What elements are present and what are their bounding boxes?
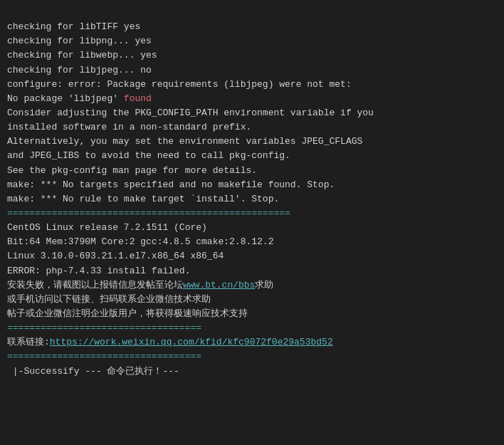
terminal-line: =================================== bbox=[7, 350, 497, 364]
terminal-line: 安装失败，请截图以上报错信息发帖至论坛www.bt.cn/bbs求助 bbox=[7, 278, 497, 293]
terminal-line: See the pkg-config man page for more det… bbox=[7, 164, 497, 178]
terminal-line: installed software in a non-standard pre… bbox=[7, 120, 497, 135]
terminal-line: ========================================… bbox=[7, 206, 497, 221]
terminal-line: ERROR: php-7.4.33 install failed. bbox=[7, 264, 497, 278]
terminal-line: configure: error: Package requirements (… bbox=[7, 78, 497, 92]
terminal-line: checking for libwebp... yes bbox=[7, 48, 497, 63]
terminal-line: Alternatively, you may set the environme… bbox=[7, 135, 497, 149]
terminal-line: checking for libpng... yes bbox=[7, 34, 497, 48]
terminal-line: Bit:64 Mem:3790M Core:2 gcc:4.8.5 cmake:… bbox=[7, 235, 497, 249]
terminal-line: checking for libjpeg... no bbox=[7, 63, 497, 78]
terminal-line: Linux 3.10.0-693.21.1.el7.x86_64 x86_64 bbox=[7, 249, 497, 263]
terminal-output: checking for libTIFF yeschecking for lib… bbox=[7, 6, 497, 379]
terminal-line: Consider adjusting the PKG_CONFIG_PATH e… bbox=[7, 106, 497, 120]
terminal-line: 联系链接:https://work.weixin.qq.com/kfid/kfc… bbox=[7, 335, 497, 350]
terminal-line: No package 'libjpeg' found bbox=[7, 92, 497, 106]
terminal-line: 或手机访问以下链接、扫码联系企业微信技术求助 bbox=[7, 293, 497, 307]
terminal-line: make: *** No rule to make target `instal… bbox=[7, 192, 497, 206]
terminal-line: checking for libTIFF yes bbox=[7, 20, 497, 34]
terminal-line: and JPEG_LIBS to avoid the need to call … bbox=[7, 149, 497, 163]
terminal-line: CentOS Linux release 7.2.1511 (Core) bbox=[7, 221, 497, 235]
terminal-line: 帖子或企业微信注明企业版用户，将获得极速响应技术支持 bbox=[7, 307, 497, 321]
terminal-line: make: *** No targets specified and no ma… bbox=[7, 178, 497, 192]
terminal-line: =================================== bbox=[7, 321, 497, 335]
terminal-line: |-Successify --- 命令已执行！--- bbox=[7, 365, 497, 379]
